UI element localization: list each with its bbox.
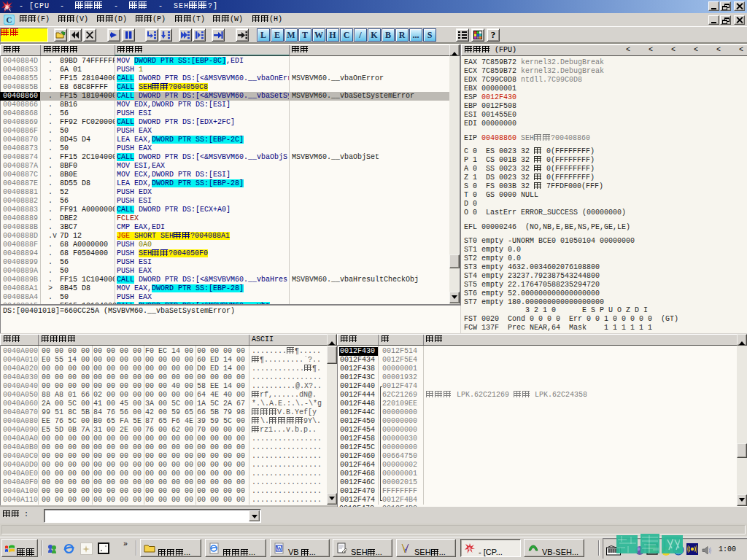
svg-text:W: W (276, 545, 282, 552)
svg-text:C: C (7, 15, 12, 24)
